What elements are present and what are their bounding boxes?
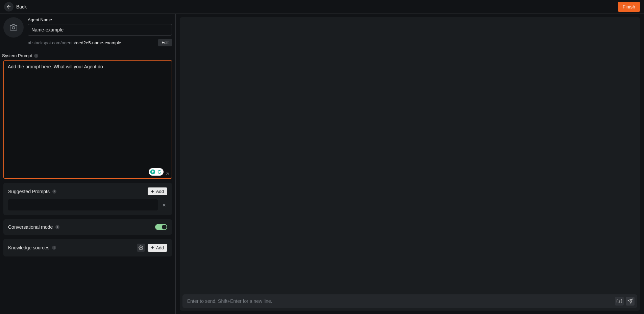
main: Agent Name ai.stackspot.com/agents/aed2e… (0, 14, 644, 314)
svg-line-4 (166, 173, 168, 175)
conversational-mode-label: Conversational mode (8, 224, 53, 230)
info-icon[interactable]: i (52, 189, 56, 194)
chat-input[interactable] (185, 296, 613, 306)
svg-point-9 (140, 247, 142, 248)
knowledge-sources-card: Knowledge sources i (3, 239, 172, 256)
system-prompt-field (3, 60, 172, 179)
toggle-knob (162, 225, 167, 229)
agent-name-label: Agent Name (28, 17, 172, 22)
info-icon[interactable]: i (34, 54, 38, 58)
knowledge-sources-settings-button[interactable] (137, 244, 145, 252)
back-button[interactable]: Back (4, 2, 27, 12)
grammarly-g-icon (156, 169, 163, 175)
insert-variable-button[interactable]: {i} (615, 297, 624, 306)
agent-url-slug: aed2e5-name-example (76, 40, 121, 45)
chat-input-row: {i} (182, 294, 637, 308)
send-button[interactable] (626, 297, 635, 306)
suggested-prompts-card: Suggested Prompts i Add (3, 183, 172, 215)
suggested-prompts-label: Suggested Prompts (8, 189, 50, 194)
remove-suggested-prompt-button[interactable] (161, 202, 167, 208)
edit-url-button[interactable]: Edit (158, 39, 172, 46)
add-label: Add (156, 189, 164, 194)
plus-icon (150, 189, 154, 194)
close-icon (162, 203, 166, 207)
left-pane: Agent Name ai.stackspot.com/agents/aed2e… (0, 14, 176, 314)
braces-icon: {i} (616, 299, 623, 304)
add-knowledge-source-button[interactable]: Add (148, 244, 167, 252)
info-icon[interactable]: i (55, 225, 59, 229)
conversational-mode-toggle[interactable] (155, 224, 167, 230)
finish-button[interactable]: Finish (618, 2, 640, 12)
grammarly-widget[interactable] (149, 168, 164, 176)
add-suggested-prompt-button[interactable]: Add (148, 187, 167, 195)
agent-url: ai.stackspot.com/agents/aed2e5-name-exam… (28, 40, 121, 45)
back-arrow-icon (4, 2, 14, 12)
conversational-mode-card: Conversational mode i (3, 219, 172, 235)
expand-icon[interactable] (165, 172, 170, 176)
gear-icon (139, 245, 143, 250)
suggested-prompt-row (8, 199, 167, 210)
topbar: Back Finish (0, 0, 644, 14)
chat-empty-area (180, 17, 640, 292)
agent-url-row: ai.stackspot.com/agents/aed2e5-name-exam… (28, 39, 172, 46)
right-pane: {i} (176, 14, 644, 314)
svg-point-1 (12, 26, 15, 29)
agent-fields: Agent Name ai.stackspot.com/agents/aed2e… (28, 17, 172, 46)
agent-url-prefix: ai.stackspot.com/agents/ (28, 40, 76, 45)
system-prompt-label: System Prompt (2, 53, 32, 58)
info-icon[interactable]: i (52, 246, 56, 250)
back-label: Back (16, 4, 27, 9)
grammarly-bulb-icon (150, 169, 156, 175)
agent-header: Agent Name ai.stackspot.com/agents/aed2e… (3, 17, 172, 48)
camera-icon (10, 24, 17, 31)
suggested-prompt-input[interactable] (8, 199, 158, 210)
knowledge-sources-label: Knowledge sources (8, 245, 49, 250)
plus-icon (150, 246, 154, 250)
send-icon (627, 298, 633, 304)
chat-preview-panel: {i} (180, 17, 640, 311)
system-prompt-textarea[interactable] (4, 61, 172, 178)
system-prompt-label-row: System Prompt i (2, 53, 172, 58)
agent-name-input[interactable] (28, 24, 172, 36)
suggested-prompts-header: Suggested Prompts i Add (8, 187, 167, 195)
add-label: Add (156, 245, 164, 250)
avatar-upload-button[interactable] (3, 17, 24, 38)
